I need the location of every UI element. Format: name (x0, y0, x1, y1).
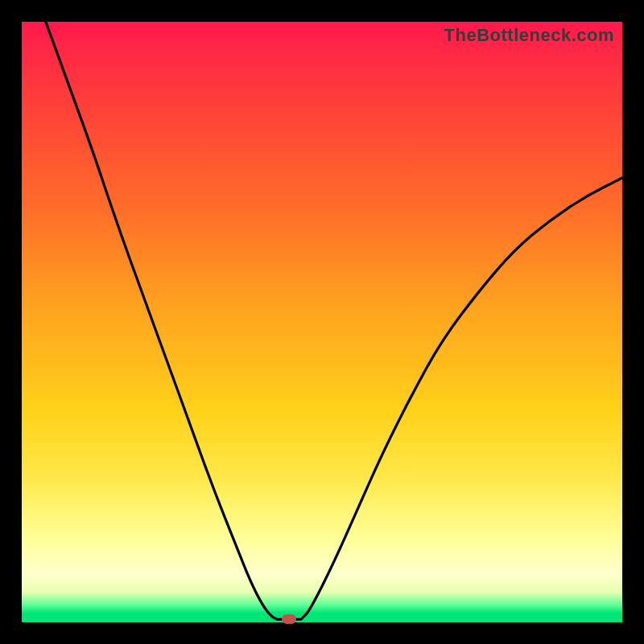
bottleneck-curve (22, 22, 622, 622)
optimum-marker (282, 614, 296, 624)
curve-path (46, 22, 622, 619)
plot-area: TheBottleneck.com (22, 22, 622, 622)
watermark-text: TheBottleneck.com (444, 25, 614, 46)
chart-frame: TheBottleneck.com (0, 0, 644, 644)
